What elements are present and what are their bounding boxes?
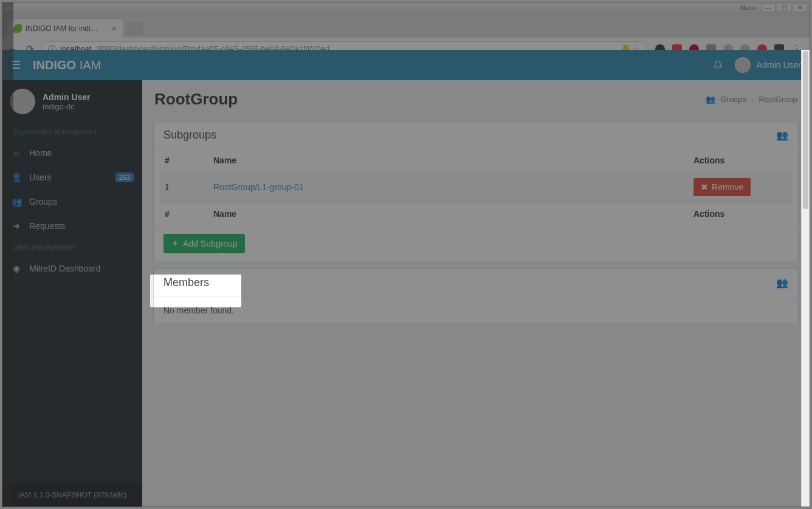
notifications-icon[interactable]	[713, 60, 723, 70]
header-user-menu[interactable]: Admin User	[735, 57, 801, 73]
browser-tabstrip: INDIGO IAM for indi… ×	[2, 13, 810, 38]
col-header-num: #	[160, 149, 208, 172]
remove-button[interactable]: ✖ Remove	[693, 178, 751, 196]
breadcrumb-leaf: RootGroup	[759, 95, 797, 104]
window-minimize-button[interactable]: —	[761, 4, 776, 12]
table-row: 1 RootGroup/L1-group-01 ✖ Remove	[160, 172, 792, 203]
tab-favicon	[13, 24, 22, 33]
table-foot-row: # Name Actions	[160, 203, 792, 225]
sidebar-item-label: Groups	[29, 197, 57, 207]
browser-window: Marco — ▢ ✕ INDIGO IAM for indi… × ← → ⟳…	[2, 2, 810, 507]
panel-heading: Subgroups 👥	[154, 121, 798, 149]
user-icon: 👤	[11, 173, 22, 182]
subgroups-table: # Name Actions 1 RootGroup/L1-group-01	[160, 149, 792, 225]
sidebar-section-label: Organization Management	[2, 123, 142, 141]
add-subgroup-label: Add Subgroup	[183, 239, 238, 248]
col-header-name: Name	[208, 149, 689, 172]
tab-title: INDIGO IAM for indi…	[26, 24, 98, 33]
members-empty-text: No member found.	[154, 297, 798, 324]
page-header: RootGroup 👥 Groups › RootGroup	[142, 80, 810, 115]
col-footer-name: Name	[208, 203, 689, 225]
subgroup-link[interactable]: RootGroup/L1-group-01	[213, 182, 304, 192]
scrollbar-thumb[interactable]	[803, 51, 808, 209]
os-titlebar: Marco — ▢ ✕	[2, 2, 810, 13]
app-header: ☰ INDIGO IAM Admin User	[2, 50, 810, 80]
breadcrumb: 👥 Groups › RootGroup	[706, 95, 797, 104]
app-body: Admin User indigo-dc Organization Manage…	[2, 80, 810, 507]
avatar	[735, 57, 751, 73]
col-footer-num: #	[160, 203, 208, 225]
sidebar-toggle-icon[interactable]: ☰	[11, 58, 21, 72]
avatar	[10, 89, 35, 114]
window-close-button[interactable]: ✕	[793, 4, 807, 12]
brand-bold: INDIGO	[33, 58, 76, 72]
sidebar-footer-version: IAM 1.1.0-SNAPSHOT (9792a8c)	[2, 483, 142, 507]
page-title: RootGroup	[154, 90, 238, 109]
sidebar-user-name: Admin User	[43, 92, 91, 102]
sidebar-profile: Admin User indigo-dc	[2, 80, 142, 123]
remove-button-label: Remove	[712, 182, 743, 192]
users-icon: 👥	[776, 277, 788, 289]
users-icon: 👥	[11, 197, 22, 207]
sidebar-item-groups[interactable]: 👥 Groups	[2, 190, 142, 214]
tab-close-icon[interactable]: ×	[112, 24, 117, 33]
close-icon: ✖	[701, 182, 708, 192]
panel-heading: Members 👥	[154, 269, 798, 297]
dashboard-icon: ◉	[11, 264, 22, 273]
sidebar-item-mitreid[interactable]: ◉ MitreID Dashboard	[2, 256, 142, 281]
breadcrumb-root[interactable]: Groups	[720, 95, 746, 104]
plus-icon: ＋	[171, 238, 179, 249]
home-icon: ⌂	[11, 148, 22, 158]
sidebar-user-org: indigo-dc	[43, 102, 91, 111]
sidebar-item-label: MitreID Dashboard	[29, 264, 101, 273]
col-footer-actions: Actions	[689, 203, 792, 225]
panel-title: Members	[163, 276, 209, 289]
app-brand[interactable]: INDIGO IAM	[33, 58, 101, 72]
signin-icon: ➜	[11, 221, 22, 231]
chevron-right-icon: ›	[751, 95, 754, 104]
new-tab-button[interactable]	[126, 22, 143, 35]
sidebar: Admin User indigo-dc Organization Manage…	[2, 80, 142, 507]
brand-light: IAM	[80, 58, 102, 72]
cell-num: 1	[160, 172, 208, 203]
panel-title: Subgroups	[163, 129, 216, 142]
os-hint-label: Marco	[737, 4, 760, 12]
app-viewport: ☰ INDIGO IAM Admin User Admin User	[2, 50, 810, 507]
panel-footer: ＋ Add Subgroup	[154, 225, 798, 262]
users-icon: 👥	[776, 129, 788, 141]
sidebar-item-users[interactable]: 👤 Users 253	[2, 165, 142, 190]
add-subgroup-button[interactable]: ＋ Add Subgroup	[163, 234, 245, 253]
sidebar-item-label: Users	[29, 173, 52, 182]
users-icon: 👥	[706, 95, 715, 104]
col-header-actions: Actions	[689, 149, 792, 172]
browser-tab[interactable]: INDIGO IAM for indi… ×	[7, 19, 123, 38]
sidebar-item-label: Home	[29, 148, 52, 158]
scrollbar-vertical[interactable]	[801, 50, 810, 507]
window-maximize-button[interactable]: ▢	[777, 4, 791, 12]
sidebar-item-requests[interactable]: ➜ Requests	[2, 214, 142, 238]
content-area: RootGroup 👥 Groups › RootGroup Subgroups…	[142, 80, 810, 507]
users-count-badge: 253	[115, 173, 134, 182]
sidebar-section-label: Client management	[2, 238, 142, 256]
sidebar-item-label: Requests	[29, 221, 65, 231]
panel-body: # Name Actions 1 RootGroup/L1-group-01	[154, 149, 798, 225]
sidebar-item-home[interactable]: ⌂ Home	[2, 141, 142, 165]
panel-subgroups: Subgroups 👥 # Name Actions	[153, 121, 799, 262]
panel-members: Members 👥 No member found.	[153, 268, 799, 324]
table-head-row: # Name Actions	[160, 149, 792, 172]
header-user-name: Admin User	[757, 60, 801, 70]
